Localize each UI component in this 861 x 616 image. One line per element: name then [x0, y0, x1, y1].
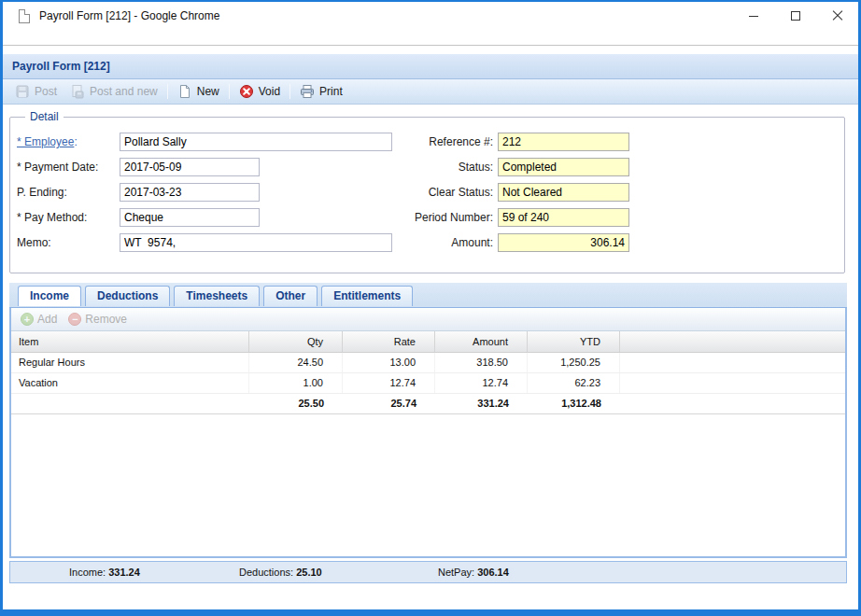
totals-amount: 331.24	[435, 394, 528, 413]
row-qty: 1.00	[249, 373, 343, 393]
summary-netpay: NetPay: 306.14	[438, 562, 509, 582]
row-qty: 24.50	[249, 353, 343, 372]
summary-deductions-label: Deductions:	[239, 567, 293, 578]
summary-netpay-value: 306.14	[477, 567, 509, 578]
void-button[interactable]: Void	[233, 82, 287, 101]
app-header: Payroll Form [212]	[3, 54, 858, 79]
tab-other[interactable]: Other	[263, 286, 318, 306]
totals-rate: 25.74	[343, 394, 435, 413]
pay-method-field[interactable]	[120, 208, 260, 227]
grid-toolbar: + Add − Remove	[11, 308, 845, 331]
clear-status-field[interactable]	[498, 183, 629, 202]
row-rate: 12.74	[343, 373, 435, 393]
column-header-qty[interactable]: Qty	[249, 331, 343, 352]
employee-label-text: * Employee	[17, 135, 74, 148]
memo-field[interactable]	[120, 233, 392, 252]
tab-entitlements[interactable]: Entitlements	[321, 286, 413, 306]
window-controls	[732, 2, 858, 30]
add-label: Add	[37, 313, 57, 326]
tab-strip: Income Deductions Timesheets Other Entit…	[9, 283, 847, 308]
totals-filler	[620, 394, 845, 413]
new-label: New	[197, 85, 219, 98]
maximize-button[interactable]	[774, 2, 816, 30]
tab-deductions[interactable]: Deductions	[85, 286, 170, 306]
memo-label: Memo:	[17, 233, 118, 252]
browser-chrome-strip	[3, 30, 858, 46]
post-button[interactable]: Post	[8, 82, 64, 101]
amount-field[interactable]	[498, 233, 629, 252]
title-bar: Payroll Form [212] - Google Chrome	[3, 2, 858, 30]
summary-income-label: Income:	[69, 567, 106, 578]
amount-label: Amount:	[381, 233, 493, 252]
column-header-ytd[interactable]: YTD	[528, 331, 620, 352]
column-header-rate[interactable]: Rate	[343, 331, 435, 352]
summary-bar: Income: 331.24 Deductions: 25.10 NetPay:…	[9, 561, 847, 583]
status-field[interactable]	[498, 158, 629, 176]
toolbar-separator	[229, 84, 230, 99]
reference-field[interactable]	[498, 133, 629, 151]
remove-icon: −	[68, 313, 81, 326]
page-favicon-icon	[19, 9, 30, 23]
row-amount: 318.50	[435, 353, 528, 372]
period-ending-field[interactable]	[120, 183, 260, 202]
print-icon	[300, 84, 315, 99]
clear-status-label: Clear Status:	[381, 183, 493, 202]
employee-field[interactable]	[120, 133, 392, 151]
employee-label-colon: :	[74, 135, 77, 148]
tab-timesheets[interactable]: Timesheets	[174, 286, 260, 306]
save-icon	[15, 84, 30, 99]
summary-deductions: Deductions: 25.10	[239, 562, 322, 582]
row-filler	[620, 373, 845, 393]
post-and-new-label: Post and new	[90, 85, 158, 98]
new-button[interactable]: New	[171, 82, 226, 101]
void-label: Void	[259, 85, 280, 98]
summary-deductions-value: 25.10	[296, 567, 322, 578]
browser-window: Payroll Form [212] - Google Chrome Payro…	[0, 0, 861, 616]
detail-legend: Detail	[25, 110, 64, 123]
add-button[interactable]: + Add	[15, 311, 63, 328]
totals-row: 25.50 25.74 331.24 1,312.48	[11, 394, 845, 414]
main-toolbar: Post Post and new New Void	[3, 79, 858, 105]
row-amount: 12.74	[435, 373, 528, 393]
period-number-field[interactable]	[498, 208, 629, 227]
summary-income-value: 331.24	[108, 567, 140, 578]
status-label: Status:	[381, 158, 493, 176]
add-icon: +	[21, 313, 34, 326]
grid-header-row: Item Qty Rate Amount YTD	[11, 331, 845, 353]
page-title: Payroll Form [212]	[3, 60, 110, 73]
row-item: Vacation	[11, 373, 249, 393]
form-body: Detail * Employee: Reference #: * Paymen…	[3, 105, 858, 609]
table-row[interactable]: Regular Hours 24.50 13.00 318.50 1,250.2…	[11, 353, 845, 373]
row-filler	[620, 353, 845, 372]
table-row[interactable]: Vacation 1.00 12.74 12.74 62.23	[11, 373, 845, 394]
column-header-item[interactable]: Item	[11, 331, 249, 352]
detail-fieldset: Detail * Employee: Reference #: * Paymen…	[9, 117, 845, 273]
post-and-new-button[interactable]: Post and new	[64, 82, 164, 101]
pay-method-label: * Pay Method:	[17, 208, 118, 227]
print-label: Print	[319, 85, 343, 98]
income-tab-panel: + Add − Remove Item Qty Rate Amount YTD	[9, 308, 847, 558]
toolbar-separator	[167, 84, 168, 99]
page-top-gap	[3, 46, 858, 54]
totals-item	[11, 394, 249, 413]
tab-income[interactable]: Income	[18, 286, 81, 306]
close-button[interactable]	[816, 2, 858, 30]
print-button[interactable]: Print	[293, 82, 349, 101]
payment-date-field[interactable]	[120, 158, 260, 176]
column-header-amount[interactable]: Amount	[435, 331, 528, 352]
row-ytd: 62.23	[528, 373, 620, 393]
minimize-button[interactable]	[732, 2, 774, 30]
summary-netpay-label: NetPay:	[438, 567, 474, 578]
period-ending-label: P. Ending:	[17, 183, 118, 202]
save-new-icon	[70, 84, 85, 99]
post-label: Post	[35, 85, 57, 98]
row-ytd: 1,250.25	[528, 353, 620, 372]
row-rate: 13.00	[343, 353, 435, 372]
remove-button[interactable]: − Remove	[63, 311, 133, 328]
employee-label-link[interactable]: * Employee:	[17, 133, 118, 151]
new-document-icon	[177, 84, 192, 99]
totals-qty: 25.50	[249, 394, 343, 413]
summary-income: Income: 331.24	[69, 562, 140, 582]
tab-panel: Income Deductions Timesheets Other Entit…	[9, 283, 847, 558]
row-item: Regular Hours	[11, 353, 249, 372]
